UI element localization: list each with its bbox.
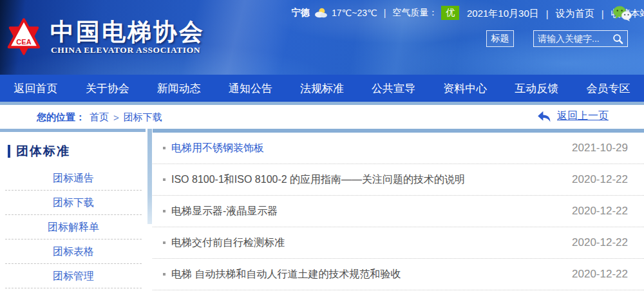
nav-item-0[interactable]: 返回首页 [14, 81, 58, 96]
breadcrumb-separator: > [113, 112, 119, 123]
temperature: 17℃~23℃ [332, 8, 377, 18]
sidebar-item-0[interactable]: 团标通告 [5, 166, 142, 191]
column-divider [147, 129, 152, 224]
standards-list: 电梯用不锈钢装饰板2021-10-29ISO 8100-1和ISO 8100-2… [153, 133, 644, 290]
sidebar-item-1[interactable]: 团标下载 [5, 191, 142, 215]
publish-date: 2020-12-22 [572, 236, 628, 249]
nav-item-6[interactable]: 资料中心 [443, 81, 487, 96]
divider: | [601, 8, 604, 19]
main-nav: 返回首页关于协会新闻动态通知公告法规标准公共宣导资料中心互动反馈会员专区 [0, 75, 644, 102]
sidebar-title: 团体标准 [8, 143, 70, 160]
sidebar-item-2[interactable]: 团标解释单 [5, 215, 142, 239]
back-button[interactable]: 返回上一页 [537, 109, 609, 123]
list-item: ISO 8100-1和ISO 8100-2 的应用指南——关注问题的技术的说明2… [153, 164, 644, 196]
standard-link[interactable]: 电梯 自动扶梯和自动人行道土建的技术规范和验收 [171, 268, 401, 281]
search-icon [612, 33, 623, 44]
sidebar-top-strip [0, 129, 146, 132]
site-title: 中国电梯协会 [50, 16, 205, 48]
site-subtitle: CHINA ELEVATOR ASSOCIATION [51, 45, 200, 55]
nav-item-1[interactable]: 关于协会 [86, 81, 129, 96]
list-item-left: ISO 8100-1和ISO 8100-2 的应用指南——关注问题的技术的说明 [163, 173, 465, 187]
breadcrumb-label: 您的位置： [37, 111, 85, 124]
search-button[interactable] [612, 33, 627, 44]
nav-item-4[interactable]: 法规标准 [300, 81, 344, 96]
standard-link[interactable]: 电梯用不锈钢装饰板 [171, 142, 264, 155]
list-item-left: 电梯 自动扶梯和自动人行道土建的技术规范和验收 [163, 268, 401, 281]
breadcrumb-home-link[interactable]: 首页 [90, 111, 109, 124]
title-accent-bar [8, 145, 10, 158]
weather-bar: 宁德 17℃~23℃ | 空气质量： 优 [292, 5, 459, 21]
standard-link[interactable]: 电梯显示器-液晶显示器 [171, 205, 278, 218]
list-item-left: 电梯用不锈钢装饰板 [163, 142, 264, 155]
air-quality-label: 空气质量： [392, 7, 437, 19]
site-header: CEA 中国电梯协会 CHINA ELEVATOR ASSOCIATION 宁德… [0, 0, 644, 75]
sidebar-item-4[interactable]: 团标管理 [5, 264, 142, 288]
publish-date: 2020-12-22 [572, 205, 628, 218]
weather-icon [314, 7, 328, 19]
list-item: 电梯交付前自行检测标准2020-12-22 [153, 227, 644, 259]
page: CEA 中国电梯协会 CHINA ELEVATOR ASSOCIATION 宁德… [0, 0, 644, 291]
breadcrumb: 您的位置： 首页 > 团标下载 [37, 111, 162, 124]
search-box [533, 30, 628, 47]
bullet-icon [163, 178, 166, 181]
divider: | [384, 8, 386, 18]
cea-logo[interactable]: CEA [5, 12, 43, 62]
logo-text: CEA [16, 38, 31, 46]
weather-city: 宁德 [292, 7, 310, 19]
standard-link[interactable]: 电梯交付前自行检测标准 [171, 236, 285, 250]
list-item: 电梯用不锈钢装饰板2021-10-29 [153, 133, 644, 164]
bullet-icon [163, 273, 166, 276]
search-category-button[interactable]: 标题 [486, 30, 514, 47]
back-arrow-icon [537, 111, 551, 122]
nav-item-8[interactable]: 会员专区 [586, 81, 630, 96]
breadcrumb-bar: 您的位置： 首页 > 团标下载 返回上一页 [0, 105, 644, 129]
search-input[interactable] [534, 33, 612, 44]
set-homepage-link[interactable]: 设为首页 [556, 8, 594, 20]
list-item: 电梯 自动扶梯和自动人行道土建的技术规范和验收2020-12-22 [153, 259, 644, 290]
nav-item-7[interactable]: 互动反馈 [515, 81, 558, 96]
nav-item-2[interactable]: 新闻动态 [157, 81, 201, 96]
list-item-left: 电梯显示器-液晶显示器 [163, 205, 278, 218]
list-item-left: 电梯交付前自行检测标准 [163, 236, 285, 250]
sidebar-title-text: 团体标准 [16, 143, 70, 160]
sidebar-item-3[interactable]: 团标表格 [5, 239, 142, 264]
sidebar-menu: 团标通告团标下载团标解释单团标表格团标管理 [5, 166, 142, 288]
publish-date: 2020-12-22 [572, 268, 628, 281]
publish-date: 2021-10-29 [572, 142, 628, 155]
divider: | [546, 8, 549, 19]
nav-item-3[interactable]: 通知公告 [229, 81, 272, 96]
bullet-icon [163, 147, 166, 149]
list-item: 电梯显示器-液晶显示器2020-12-22 [153, 196, 644, 227]
air-quality-badge: 优 [441, 6, 459, 20]
bullet-icon [163, 210, 166, 212]
bullet-icon [163, 241, 166, 244]
back-label: 返回上一页 [557, 109, 609, 123]
current-date: 2021年10月30日 [467, 8, 539, 20]
wechat-icon[interactable] [612, 5, 632, 22]
standard-link[interactable]: ISO 8100-1和ISO 8100-2 的应用指南——关注问题的技术的说明 [171, 173, 465, 187]
nav-item-5[interactable]: 公共宣导 [372, 81, 415, 96]
publish-date: 2020-12-22 [572, 173, 628, 186]
breadcrumb-current-link[interactable]: 团标下载 [124, 111, 162, 124]
